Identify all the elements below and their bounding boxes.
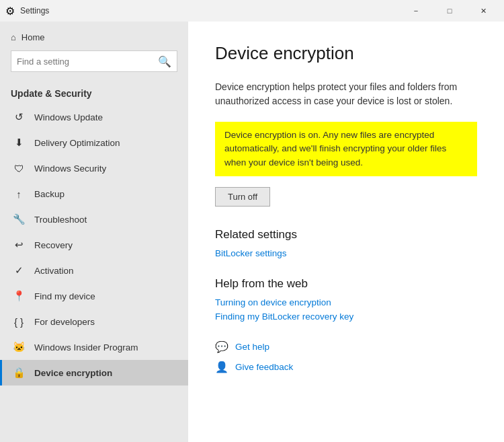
sidebar-item-backup[interactable]: ↑ Backup [0,181,188,207]
page-title: Device encryption [215,43,477,64]
section-label: Update & Security [0,88,188,104]
sidebar-item-activation[interactable]: ✓ Activation [0,258,188,283]
bitlocker-settings-link[interactable]: BitLocker settings [215,248,477,258]
windows-insider-icon: 🐱 [13,341,25,353]
sidebar-item-label-delivery-optimization: Delivery Optimization [34,138,120,148]
sidebar-item-troubleshoot[interactable]: 🔧 Troubleshoot [0,207,188,232]
sidebar-item-label-backup: Backup [34,189,65,199]
backup-icon: ↑ [13,188,25,200]
sidebar-item-label-activation: Activation [34,266,74,276]
sidebar-item-for-developers[interactable]: { } For developers [0,309,188,334]
related-settings-heading: Related settings [215,228,477,242]
highlight-box: Device encryption is on. Any new files a… [215,122,477,176]
sidebar-item-windows-insider[interactable]: 🐱 Windows Insider Program [0,334,188,360]
minimize-button[interactable]: − [401,0,431,22]
get-help-link[interactable]: Get help [235,342,269,352]
help-items-section: 💬 Get help 👤 Give feedback [215,340,477,374]
sidebar-item-recovery[interactable]: ↩ Recovery [0,232,188,258]
turning-on-link[interactable]: Turning on device encryption [215,297,477,307]
title-bar-controls: − □ ✕ [401,0,499,22]
sidebar-item-label-device-encryption: Device encryption [34,368,112,378]
app-container: ⌂ Home 🔍 Update & Security ↺ Windows Upd… [0,22,504,442]
home-nav-item[interactable]: ⌂ Home [11,32,45,42]
title-bar-title: Settings [20,6,49,15]
nav-list: ↺ Windows Update ⬇ Delivery Optimization… [0,104,188,385]
delivery-optimization-icon: ⬇ [13,137,25,149]
turn-off-button[interactable]: Turn off [215,187,270,207]
sidebar-item-label-recovery: Recovery [34,240,73,250]
title-bar-left: ⚙ Settings [5,5,49,17]
sidebar-item-label-windows-insider: Windows Insider Program [34,342,138,353]
sidebar-item-find-my-device[interactable]: 📍 Find my device [0,283,188,309]
title-bar: ⚙ Settings − □ ✕ [0,0,504,22]
windows-update-icon: ↺ [13,111,25,123]
device-encryption-icon: 🔒 [13,367,25,379]
sidebar-item-label-find-my-device: Find my device [34,291,95,301]
search-icon: 🔍 [158,55,171,68]
home-icon: ⌂ [11,32,16,42]
sidebar-item-label-windows-security: Windows Security [34,163,106,174]
recovery-icon: ↩ [13,239,25,251]
sidebar-item-label-windows-update: Windows Update [34,112,103,122]
windows-security-icon: 🛡 [13,162,25,174]
sidebar-item-delivery-optimization[interactable]: ⬇ Delivery Optimization [0,130,188,155]
sidebar-item-device-encryption[interactable]: 🔒 Device encryption [0,360,188,385]
sidebar: ⌂ Home 🔍 Update & Security ↺ Windows Upd… [0,22,188,442]
troubleshoot-icon: 🔧 [13,213,25,225]
maximize-button[interactable]: □ [434,0,465,22]
web-links: Turning on device encryptionFinding my B… [215,297,477,322]
for-developers-icon: { } [13,316,25,328]
description-text: Device encryption helps protect your fil… [215,80,477,108]
get-help-icon: 💬 [215,340,228,354]
sidebar-item-label-for-developers: For developers [34,317,95,327]
settings-icon: ⚙ [5,5,15,17]
search-input[interactable] [17,57,158,67]
help-items: 💬 Get help 👤 Give feedback [215,340,477,374]
sidebar-item-label-troubleshoot: Troubleshoot [34,215,87,225]
get-help-item[interactable]: 💬 Get help [215,340,477,354]
finding-key-link[interactable]: Finding my BitLocker recovery key [215,311,477,322]
main-content: Device encryption Device encryption help… [188,22,504,442]
help-from-web-section: Help from the web Turning on device encr… [215,277,477,322]
sidebar-item-windows-update[interactable]: ↺ Windows Update [0,104,188,130]
help-from-web-heading: Help from the web [215,277,477,291]
activation-icon: ✓ [13,264,25,277]
give-feedback-icon: 👤 [215,361,228,374]
related-links: BitLocker settings [215,248,477,258]
close-button[interactable]: ✕ [468,0,499,22]
sidebar-item-windows-security[interactable]: 🛡 Windows Security [0,155,188,181]
give-feedback-link[interactable]: Give feedback [235,362,293,372]
search-box[interactable]: 🔍 [11,50,177,72]
find-my-device-icon: 📍 [13,290,25,302]
sidebar-header: ⌂ Home 🔍 [0,22,188,88]
give-feedback-item[interactable]: 👤 Give feedback [215,361,477,374]
